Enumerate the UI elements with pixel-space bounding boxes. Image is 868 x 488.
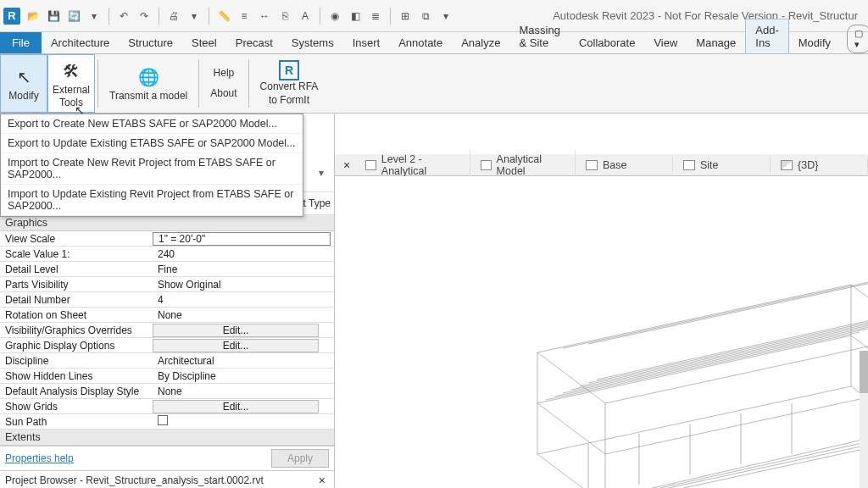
vertical-scrollbar[interactable] <box>860 351 868 488</box>
close-windows-icon[interactable]: ⊞ <box>398 8 413 24</box>
menu-insert[interactable]: Insert <box>343 32 390 53</box>
undo-icon[interactable]: ↶ <box>116 8 131 24</box>
menu-annotate[interactable]: Annotate <box>389 32 452 53</box>
property-value[interactable]: By Discipline <box>153 370 334 382</box>
dropdown-icon[interactable]: ▾ <box>186 8 202 24</box>
menu-steel[interactable]: Steel <box>182 32 226 53</box>
dropdown-icon[interactable]: ▾ <box>438 8 453 24</box>
menu-view[interactable]: View <box>644 32 687 53</box>
separator <box>209 8 209 25</box>
dropdown-import-new[interactable]: Import to Create New Revit Project from … <box>1 153 303 185</box>
property-label: Detail Number <box>0 294 153 306</box>
3d-wireframe <box>495 217 868 488</box>
property-grid: View Scale1" = 20'-0"Scale Value 1:240De… <box>0 231 334 430</box>
ribbon-label: External Tools <box>53 84 90 108</box>
tab-3d[interactable]: {3D} <box>771 157 868 174</box>
separator <box>390 8 391 25</box>
menu-file[interactable]: File <box>0 32 42 53</box>
dropdown-import-update[interactable]: Import to Update Existing Revit Project … <box>1 185 303 216</box>
ribbon-external-tools[interactable]: 🛠 External Tools <box>47 54 95 113</box>
svg-line-9 <box>563 280 868 348</box>
property-label: Graphic Display Options <box>0 340 153 352</box>
menu-extra[interactable]: ▢ ▾ <box>847 25 868 53</box>
project-browser-header: Project Browser - Revit_Structure_analys… <box>0 470 334 488</box>
svg-line-11 <box>546 332 860 400</box>
ribbon: ↖ Modify 🛠 External Tools 🌐 Transmit a m… <box>0 54 868 114</box>
property-value[interactable]: Architectural <box>153 355 334 367</box>
property-value[interactable]: 1" = 20'-0" <box>153 232 331 246</box>
apply-button[interactable]: Apply <box>271 449 329 468</box>
property-value[interactable]: Edit... <box>153 324 319 337</box>
tab-base[interactable]: Base <box>576 157 673 174</box>
formit-icon: R <box>279 60 299 80</box>
measure-icon[interactable]: 📏 <box>216 8 231 24</box>
section-icon[interactable]: ◧ <box>348 8 363 24</box>
dimension-icon[interactable]: ↔ <box>257 8 272 24</box>
ribbon-transmit[interactable]: 🌐 Transmit a model <box>101 54 196 113</box>
close-icon[interactable]: × <box>338 158 355 172</box>
property-section-extents[interactable]: Extents <box>0 430 334 446</box>
property-value[interactable]: 240 <box>153 248 334 260</box>
tab-analytical-model[interactable]: Analytical Model <box>470 151 576 180</box>
ribbon-convert-rfa[interactable]: R Convert RFA to FormIt <box>252 54 327 113</box>
3d-icon[interactable]: ◉ <box>327 8 342 24</box>
ribbon-modify[interactable]: ↖ Modify <box>0 54 47 113</box>
dropdown-export-update[interactable]: Export to Update Existing ETABS SAFE or … <box>1 134 303 153</box>
svg-line-17 <box>597 312 868 380</box>
menu-systems[interactable]: Systems <box>282 32 343 53</box>
property-value[interactable] <box>153 415 334 428</box>
scroll-thumb[interactable] <box>860 351 868 393</box>
property-value[interactable]: Fine <box>153 263 334 275</box>
ribbon-label: Help <box>214 67 235 80</box>
tab-label: Base <box>603 159 627 171</box>
menu-architecture[interactable]: Architecture <box>42 32 119 53</box>
tab-label: {3D} <box>798 159 818 171</box>
property-value[interactable]: None <box>153 385 334 397</box>
menu-structure[interactable]: Structure <box>119 32 182 53</box>
property-section-graphics[interactable]: Graphics <box>0 215 334 231</box>
separator <box>108 8 109 25</box>
title-bar: R 📂 💾 🔄 ▾ ↶ ↷ 🖨 ▾ 📏 ≡ ↔ ⎘ A ◉ ◧ ≣ ⊞ ⧉ ▾ … <box>0 0 868 32</box>
tab-level2-analytical[interactable]: Level 2 - Analytical <box>355 151 470 180</box>
save-icon[interactable]: 💾 <box>46 8 61 24</box>
menu-modify[interactable]: Modify <box>789 32 840 53</box>
ribbon-help[interactable]: Help About <box>202 54 245 113</box>
switch-windows-icon[interactable]: ⧉ <box>418 8 433 24</box>
dropdown-export-new[interactable]: Export to Create New ETABS SAFE or SAP20… <box>1 114 303 134</box>
tab-label: Site <box>700 159 719 171</box>
ribbon-label: Convert RFA to FormIt <box>260 80 319 107</box>
menu-add-ins[interactable]: Add-Ins <box>745 19 788 53</box>
menu-analyze[interactable]: Analyze <box>452 32 509 53</box>
text-icon[interactable]: A <box>298 8 313 24</box>
properties-footer: Properties help Apply <box>0 446 334 470</box>
menu-precast[interactable]: Precast <box>226 32 282 53</box>
tag-icon[interactable]: ⎘ <box>277 8 292 24</box>
menu-manage[interactable]: Manage <box>687 32 745 53</box>
dropdown-icon[interactable]: ▾ <box>86 8 102 24</box>
tab-site[interactable]: Site <box>673 157 771 174</box>
property-value[interactable]: Show Original <box>153 279 334 291</box>
property-label: Default Analysis Display Style <box>0 385 153 397</box>
print-icon[interactable]: 🖨 <box>166 8 181 24</box>
sync-icon[interactable]: 🔄 <box>66 8 81 24</box>
menu-collaborate[interactable]: Collaborate <box>570 32 645 53</box>
property-label: Sun Path <box>0 416 153 428</box>
property-row: Show Hidden LinesBy Discipline <box>0 369 334 384</box>
chevron-down-icon[interactable]: ▾ <box>319 167 327 179</box>
drawing-canvas[interactable] <box>335 176 868 488</box>
view-area: × Level 2 - Analytical Analytical Model … <box>335 114 868 488</box>
property-value[interactable]: Edit... <box>153 339 319 352</box>
property-value[interactable]: None <box>153 309 334 321</box>
menu-massing-site[interactable]: Massing & Site <box>509 19 569 53</box>
property-value[interactable]: 4 <box>153 294 334 306</box>
view-icon <box>586 160 598 170</box>
svg-line-16 <box>588 315 868 383</box>
redo-icon[interactable]: ↷ <box>136 8 152 24</box>
checkbox[interactable] <box>158 415 168 425</box>
property-value[interactable]: Edit... <box>153 400 319 413</box>
thin-lines-icon[interactable]: ≣ <box>368 8 383 24</box>
align-icon[interactable]: ≡ <box>236 8 252 24</box>
open-icon[interactable]: 📂 <box>25 8 41 24</box>
close-icon[interactable]: × <box>315 474 329 487</box>
properties-help-link[interactable]: Properties help <box>5 452 74 464</box>
